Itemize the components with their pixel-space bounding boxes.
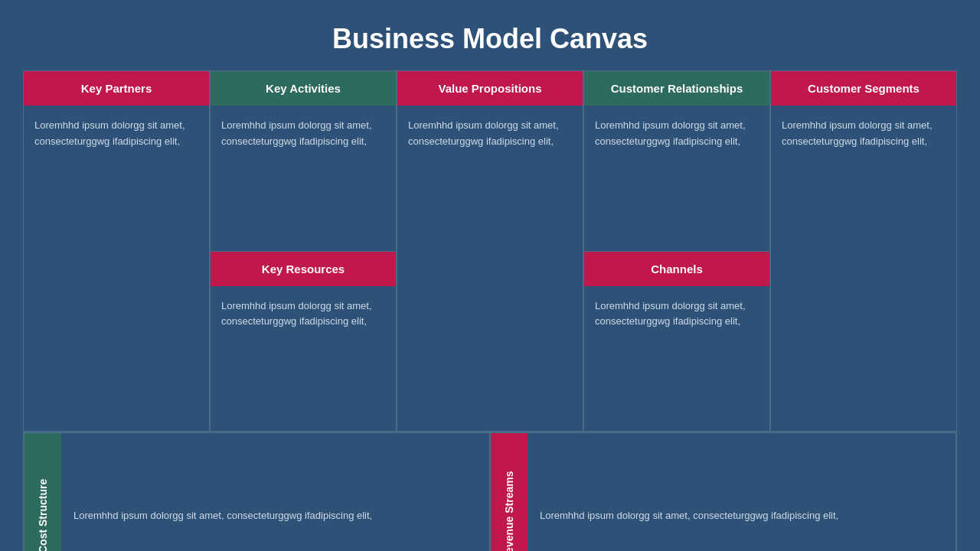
revenue-streams-body: Loremhhd ipsum dolorgg sit amet, consect… [528,433,956,551]
customer-relationships-cell: Customer Relationships Loremhhd ipsum do… [584,71,769,252]
key-partners-cell: Key Partners Loremhhd ipsum dolorgg sit … [23,70,210,432]
cost-structure-cell: Cost Structure Loremhhd ipsum dolorgg si… [24,432,490,551]
key-activities-header: Key Activities [211,71,396,106]
value-propositions-cell: Value Propositions Loremhhd ipsum dolorg… [397,70,583,432]
key-partners-body: Loremhhd ipsum dolorgg sit amet, consect… [24,106,209,431]
cost-structure-body: Loremhhd ipsum dolorgg sit amet, consect… [61,433,489,551]
activities-resources-col: Key Activities Loremhhd ipsum dolorgg si… [210,70,397,432]
relationships-channels-col: Customer Relationships Loremhhd ipsum do… [583,70,770,432]
channels-header: Channels [584,252,769,286]
customer-relationships-header: Customer Relationships [584,71,769,106]
customer-segments-body: Loremhhd ipsum dolorgg sit amet, consect… [771,106,956,431]
key-partners-header: Key Partners [24,71,209,106]
key-resources-cell: Key Resources Loremhhd ipsum dolorgg sit… [211,252,396,432]
value-propositions-header: Value Propositions [397,71,583,106]
customer-segments-cell: Customer Segments Loremhhd ipsum dolorgg… [770,70,957,432]
revenue-streams-cell: Revenue Streams Loremhhd ipsum dolorgg s… [490,432,956,551]
key-activities-body: Loremhhd ipsum dolorgg sit amet, consect… [211,106,396,251]
key-activities-cell: Key Activities Loremhhd ipsum dolorgg si… [211,71,396,252]
customer-segments-header: Customer Segments [771,71,956,106]
page-title: Business Model Canvas [0,0,980,70]
key-resources-header: Key Resources [211,252,396,286]
bottom-section: Cost Structure Loremhhd ipsum dolorgg si… [23,432,957,551]
value-propositions-body: Loremhhd ipsum dolorgg sit amet, consect… [397,106,583,431]
channels-cell: Channels Loremhhd ipsum dolorgg sit amet… [584,252,769,432]
cost-structure-label: Cost Structure [24,433,61,551]
channels-body: Loremhhd ipsum dolorgg sit amet, consect… [584,286,769,432]
key-resources-body: Loremhhd ipsum dolorgg sit amet, consect… [211,286,396,432]
customer-relationships-body: Loremhhd ipsum dolorgg sit amet, consect… [584,106,769,251]
revenue-streams-label: Revenue Streams [491,433,528,551]
